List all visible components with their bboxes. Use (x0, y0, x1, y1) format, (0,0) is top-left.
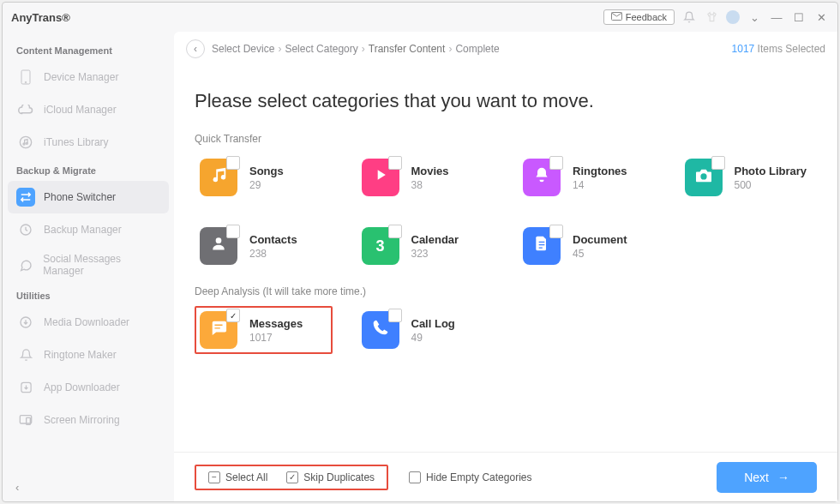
sidebar-item-label: iCloud Manager (44, 104, 117, 116)
hide-empty-checkbox[interactable]: Hide Empty Categories (409, 471, 531, 483)
crumb-select-category[interactable]: Select Category (285, 43, 357, 55)
sidebar-item-social-messages[interactable]: Social Messages Manager (8, 246, 169, 284)
sidebar-item-label: Phone Switcher (44, 191, 116, 203)
play-icon (372, 166, 389, 189)
crumb-transfer-content: Transfer Content (369, 43, 446, 55)
sidebar-item-label: Screen Mirroring (44, 414, 120, 426)
bell-fill-icon (533, 166, 550, 189)
document-icon (534, 235, 549, 257)
phone-icon (16, 68, 35, 87)
sidebar-item-backup-manager[interactable]: Backup Manager (8, 213, 169, 246)
checkbox-icon[interactable] (549, 156, 563, 170)
switch-icon (16, 188, 35, 207)
skip-duplicates-label: Skip Duplicates (303, 471, 375, 483)
phone-call-icon (372, 319, 389, 341)
chevron-right-icon: › (448, 43, 452, 55)
svg-point-11 (216, 237, 222, 243)
footer-options-highlight: − Select All ✓ Skip Duplicates (195, 465, 388, 490)
select-all-checkbox[interactable]: − Select All (208, 471, 267, 483)
category-messages[interactable]: ✓ Messages1017 (195, 306, 333, 354)
svg-point-2 (25, 81, 27, 83)
items-selected-label: 1017 Items Selected (732, 43, 825, 55)
svg-point-5 (26, 142, 27, 144)
select-all-label: Select All (225, 471, 267, 483)
chevron-right-icon: › (362, 43, 365, 55)
sidebar-item-label: App Downloader (44, 381, 120, 393)
chevron-right-icon: › (278, 43, 281, 55)
person-icon (210, 235, 227, 257)
category-document[interactable]: Document45 (518, 222, 656, 270)
back-button[interactable]: ‹ (186, 39, 205, 58)
sidebar: Content Management Device Manager iCloud… (3, 32, 174, 501)
next-button[interactable]: Next → (717, 462, 817, 493)
close-icon[interactable]: ✕ (813, 9, 829, 25)
maximize-icon[interactable]: ☐ (791, 9, 807, 25)
checkbox-icon[interactable]: ✓ (226, 309, 240, 322)
app-title: AnyTrans® (11, 11, 70, 24)
sidebar-item-label: Media Downloader (44, 316, 129, 328)
page-title: Please select categories that you want t… (195, 90, 817, 112)
tshirt-icon[interactable] (704, 9, 719, 25)
sidebar-heading-backup-migrate: Backup & Migrate (8, 159, 169, 181)
app-download-icon (16, 378, 35, 397)
clock-icon (16, 220, 35, 239)
svg-point-3 (20, 136, 31, 147)
sidebar-item-label: Backup Manager (44, 224, 122, 236)
feedback-label: Feedback (626, 12, 667, 22)
sidebar-item-label: Ringtone Maker (44, 349, 117, 361)
feedback-button[interactable]: Feedback (603, 9, 675, 25)
checkbox-icon[interactable] (226, 156, 240, 170)
checked-icon: ✓ (286, 471, 298, 483)
calendar-icon: 3 (375, 237, 384, 255)
checkbox-icon[interactable] (388, 309, 402, 322)
arrow-right-icon: → (777, 471, 789, 484)
collapse-sidebar-button[interactable]: ‹ (15, 481, 19, 494)
category-photo-library[interactable]: Photo Library500 (680, 153, 818, 201)
minimize-icon[interactable]: — (769, 9, 784, 25)
download-icon (16, 313, 35, 332)
checkbox-icon[interactable] (388, 225, 402, 238)
category-ringtones[interactable]: Ringtones14 (518, 153, 656, 201)
sidebar-item-icloud-manager[interactable]: iCloud Manager (8, 93, 169, 126)
mail-icon (611, 12, 622, 22)
sidebar-item-screen-mirroring[interactable]: Screen Mirroring (8, 404, 169, 436)
skip-duplicates-checkbox[interactable]: ✓ Skip Duplicates (286, 471, 375, 483)
music-icon (209, 165, 228, 189)
bell-icon[interactable] (681, 9, 697, 25)
message-icon (209, 319, 228, 341)
checkbox-icon[interactable] (226, 225, 240, 238)
screen-mirror-icon (16, 411, 35, 429)
dropdown-icon[interactable]: ⌄ (747, 9, 762, 25)
bell-outline-icon (16, 345, 35, 364)
checkbox-icon[interactable] (388, 156, 402, 170)
sidebar-heading-content-management: Content Management (8, 39, 169, 61)
sidebar-item-device-manager[interactable]: Device Manager (8, 61, 169, 93)
sidebar-item-app-downloader[interactable]: App Downloader (8, 371, 169, 404)
sidebar-item-phone-switcher[interactable]: Phone Switcher (8, 181, 169, 213)
sidebar-item-label: Device Manager (44, 71, 118, 83)
music-note-icon (16, 133, 35, 152)
sidebar-item-itunes-library[interactable]: iTunes Library (8, 126, 169, 159)
next-label: Next (744, 471, 769, 484)
sidebar-item-label: iTunes Library (44, 136, 109, 148)
breadcrumb: ‹ Select Device › Select Category › Tran… (174, 32, 837, 66)
unchecked-icon (409, 471, 421, 483)
sidebar-item-ringtone-maker[interactable]: Ringtone Maker (8, 339, 169, 371)
hide-empty-label: Hide Empty Categories (426, 471, 531, 483)
category-call-log[interactable]: Call Log49 (357, 306, 495, 354)
section-quick-transfer: Quick Transfer (195, 133, 817, 145)
chat-icon (16, 255, 34, 274)
section-deep-analysis: Deep Analysis (It will take more time.) (195, 285, 817, 297)
category-movies[interactable]: Movies38 (357, 153, 495, 201)
sidebar-item-label: Social Messages Manager (43, 253, 160, 277)
indeterminate-check-icon: − (208, 471, 220, 483)
checkbox-icon[interactable] (711, 156, 725, 170)
avatar-icon[interactable] (726, 10, 740, 24)
category-songs[interactable]: Songs29 (195, 153, 333, 201)
crumb-select-device[interactable]: Select Device (212, 43, 274, 55)
checkbox-icon[interactable] (549, 225, 563, 238)
sidebar-heading-utilities: Utilities (8, 284, 169, 306)
category-contacts[interactable]: Contacts238 (195, 222, 333, 270)
category-calendar[interactable]: 3 Calendar323 (357, 222, 495, 270)
sidebar-item-media-downloader[interactable]: Media Downloader (8, 306, 169, 339)
